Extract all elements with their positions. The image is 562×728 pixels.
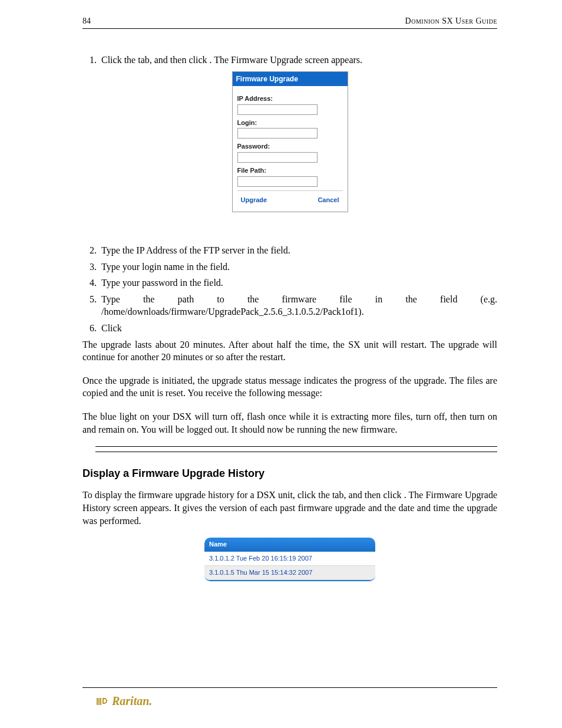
paragraph-upgrade-duration: The upgrade lasts about 20 minutes. Afte… bbox=[82, 338, 497, 364]
paragraph-blue-light: The blue light on your DSX will turn off… bbox=[82, 410, 497, 436]
history-row[interactable]: 3.1.0.1.2 Tue Feb 20 16:15:19 2007 bbox=[204, 552, 375, 566]
svg-rect-1 bbox=[98, 698, 100, 705]
firmware-upgrade-dialog: Firmware Upgrade IP Address: Login: Pass… bbox=[232, 71, 348, 212]
step-4: Type your password in the field. bbox=[99, 276, 497, 289]
login-label: Login: bbox=[237, 118, 343, 127]
page-number: 84 bbox=[82, 17, 91, 26]
footer-rule bbox=[82, 687, 497, 688]
ip-address-input[interactable] bbox=[237, 104, 318, 115]
step-6: Click bbox=[99, 322, 497, 335]
paragraph-status-message: Once the upgrade is initiated, the upgra… bbox=[82, 374, 497, 400]
step-3: Type your login name in the field. bbox=[99, 261, 497, 274]
password-input[interactable] bbox=[237, 152, 318, 163]
upgrade-button[interactable]: Upgrade bbox=[241, 196, 267, 205]
firmware-history-table: Name 3.1.0.1.2 Tue Feb 20 16:15:19 2007 … bbox=[204, 538, 375, 581]
ip-address-label: IP Address: bbox=[237, 94, 343, 103]
header-rule bbox=[82, 28, 497, 29]
raritan-logo-icon bbox=[97, 697, 110, 706]
step-1: Click the tab, and then click . The Firm… bbox=[99, 54, 497, 67]
logo-text: Raritan. bbox=[112, 694, 152, 708]
svg-rect-0 bbox=[97, 698, 98, 705]
step-5: Type the path to the firmware file in th… bbox=[99, 293, 497, 318]
section-heading: Display a Firmware Upgrade History bbox=[82, 466, 497, 480]
raritan-logo: Raritan. bbox=[97, 694, 152, 708]
password-label: Password: bbox=[237, 142, 343, 151]
history-header: Name bbox=[204, 538, 375, 552]
login-input[interactable] bbox=[237, 128, 318, 139]
svg-rect-2 bbox=[100, 698, 101, 705]
filepath-input[interactable] bbox=[237, 176, 318, 187]
section-divider bbox=[95, 446, 497, 452]
step-2: Type the IP Address of the FTP server in… bbox=[99, 244, 497, 257]
cancel-button[interactable]: Cancel bbox=[318, 196, 339, 205]
history-intro: To display the firmware upgrade history … bbox=[82, 489, 497, 527]
dialog-title: Firmware Upgrade bbox=[233, 72, 348, 86]
history-row[interactable]: 3.1.0.1.5 Thu Mar 15 15:14:32 2007 bbox=[204, 566, 375, 580]
doc-title: Dominion SX User Guide bbox=[405, 17, 497, 26]
filepath-label: File Path: bbox=[237, 166, 343, 175]
